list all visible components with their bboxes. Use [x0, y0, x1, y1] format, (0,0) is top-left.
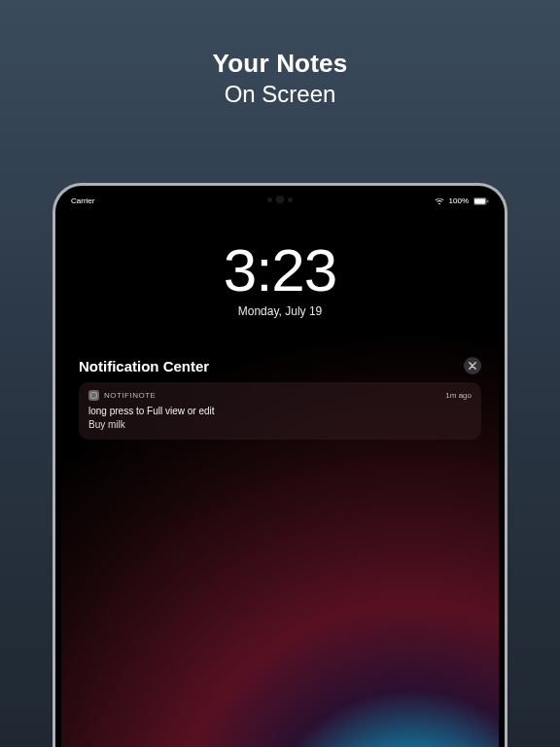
headline-subtitle: On Screen [0, 81, 560, 108]
notification-title: long press to Full view or edit [88, 405, 472, 418]
battery-percent: 100% [449, 196, 469, 205]
svg-rect-2 [487, 199, 488, 202]
battery-icon [473, 197, 489, 205]
notification-time: 1m ago [445, 391, 472, 400]
app-name: NOTIFINOTE [104, 391, 156, 400]
notification-center-title: Notification Center [79, 358, 209, 374]
camera-notch [267, 196, 293, 203]
notification-card[interactable]: NOTIFINOTE 1m ago long press to Full vie… [79, 382, 481, 440]
notification-app: NOTIFINOTE [88, 390, 156, 401]
app-icon [88, 390, 99, 401]
notification-center: Notification Center [61, 357, 499, 440]
date-label: Monday, July 19 [61, 304, 499, 318]
device-bezel: Carrier 100% [55, 186, 505, 747]
device-screen: Carrier 100% [61, 192, 499, 747]
status-right: 100% [435, 196, 489, 205]
close-icon [469, 362, 476, 370]
svg-rect-1 [474, 198, 486, 203]
carrier-label: Carrier [71, 196, 94, 205]
marketing-headline: Your Notes On Screen [0, 0, 560, 108]
notification-header: NOTIFINOTE 1m ago [88, 390, 472, 401]
device-frame: Carrier 100% [52, 183, 508, 747]
clock: 3:23 [61, 240, 499, 301]
notification-center-header: Notification Center [79, 357, 481, 374]
svg-rect-3 [91, 393, 97, 399]
wifi-icon [435, 197, 444, 205]
notification-body: Buy milk [88, 418, 472, 432]
close-button[interactable] [464, 357, 481, 374]
lock-screen-content: 3:23 Monday, July 19 [61, 240, 499, 318]
headline-title: Your Notes [0, 49, 560, 79]
